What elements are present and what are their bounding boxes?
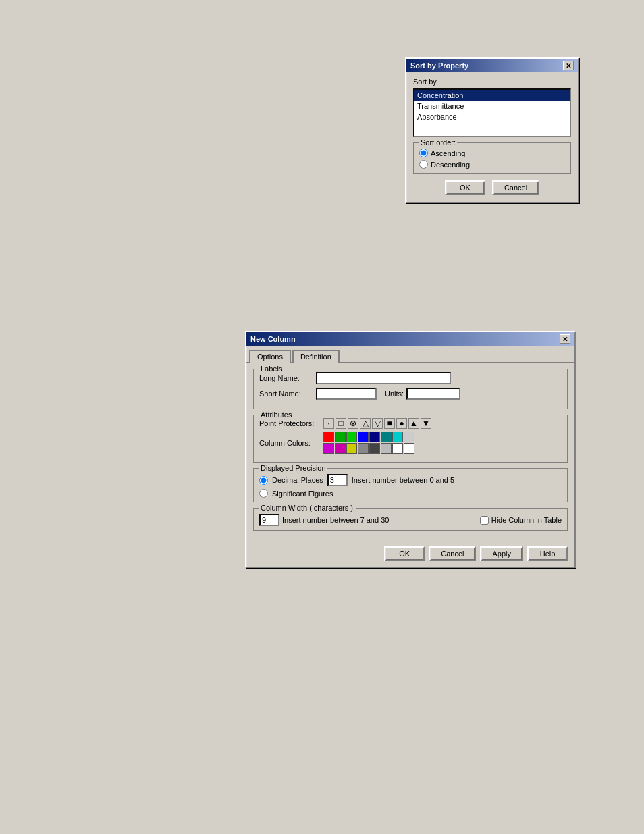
color-pink[interactable]	[335, 443, 346, 454]
newcol-apply-button[interactable]: Apply	[480, 546, 523, 561]
color-darkgray[interactable]	[369, 443, 380, 454]
column-colors-label: Column Colors:	[259, 439, 323, 447]
sort-item-transmittance[interactable]: Transmittance	[414, 101, 570, 111]
column-width-row: Insert number between 7 and 30 Hide Colu…	[259, 514, 562, 526]
color-blue[interactable]	[358, 432, 369, 442]
long-name-row: Long Name:	[259, 372, 562, 384]
sort-dialog-close-button[interactable]: ✕	[563, 61, 574, 70]
color-row-1	[323, 432, 414, 442]
symbol-triangle-up[interactable]: △	[360, 418, 371, 429]
precision-section: Displayed Precision Decimal Places Inser…	[253, 468, 568, 502]
sort-dialog-buttons: OK Cancel	[413, 180, 571, 195]
short-name-input[interactable]	[316, 388, 377, 400]
symbol-filled-square[interactable]: ■	[384, 418, 395, 429]
sort-order-group: Sort order: Ascending Descending	[413, 142, 571, 174]
column-colors-row: Column Colors:	[259, 432, 562, 454]
sort-dialog-title: Sort by Property	[410, 61, 468, 70]
column-width-legend: Column Width ( characters ):	[259, 504, 356, 512]
column-width-input[interactable]	[259, 514, 279, 526]
point-protectors-row: Point Protectors: · □ ⊗ △ ▽ ■ ● ▲ ▼	[259, 418, 562, 429]
sort-dialog-body: Sort by Concentration Transmittance Abso…	[406, 72, 578, 202]
symbol-dot[interactable]: ·	[323, 418, 334, 429]
sort-cancel-button[interactable]: Cancel	[492, 180, 539, 195]
color-magenta[interactable]	[323, 443, 334, 454]
new-column-dialog: New Column ✕ Options Definition Labels L…	[245, 331, 576, 568]
sort-ok-button[interactable]: OK	[445, 180, 485, 195]
hide-column-checkbox[interactable]	[480, 516, 489, 525]
newcol-help-button[interactable]: Help	[527, 546, 568, 561]
descending-radio[interactable]	[419, 160, 428, 169]
tab-definition[interactable]: Definition	[292, 350, 340, 363]
descending-label[interactable]: Descending	[431, 161, 470, 169]
color-cyan[interactable]	[392, 432, 403, 442]
ascending-radio[interactable]	[419, 149, 428, 157]
newcol-dialog-close-button[interactable]: ✕	[560, 334, 570, 344]
hide-column-row: Hide Column in Table	[480, 516, 562, 525]
attributes-legend: Attributes	[259, 411, 293, 419]
color-grid-container	[323, 432, 414, 454]
decimal-places-radio[interactable]	[259, 476, 268, 485]
column-width-section: Column Width ( characters ): Insert numb…	[253, 508, 568, 531]
color-silver[interactable]	[381, 443, 392, 454]
symbol-filled-triangle-up[interactable]: ▲	[408, 418, 419, 429]
labels-legend: Labels	[259, 365, 284, 373]
color-lime[interactable]	[346, 432, 357, 442]
units-label: Units:	[385, 390, 404, 398]
attributes-section: Attributes Point Protectors: · □ ⊗ △ ▽ ■…	[253, 415, 568, 463]
ascending-row: Ascending	[419, 149, 565, 157]
long-name-label: Long Name:	[259, 374, 313, 382]
labels-section: Labels Long Name: Short Name: Units:	[253, 369, 568, 409]
symbol-filled-circle[interactable]: ●	[396, 418, 407, 429]
decimal-places-label[interactable]: Decimal Places	[272, 476, 323, 484]
color-white2[interactable]	[404, 443, 414, 454]
short-name-label: Short Name:	[259, 390, 313, 398]
column-width-hint: Insert number between 7 and 30	[282, 516, 389, 524]
point-protectors-label: Point Protectors:	[259, 419, 323, 427]
symbol-square[interactable]: □	[336, 418, 346, 429]
newcol-ok-button[interactable]: OK	[384, 546, 425, 561]
sort-item-absorbance[interactable]: Absorbance	[414, 111, 570, 122]
decimal-places-input[interactable]	[327, 474, 348, 486]
color-lightgray[interactable]	[404, 432, 414, 442]
sort-order-legend: Sort order:	[419, 138, 457, 147]
sort-by-label: Sort by	[413, 78, 571, 86]
sort-dialog-titlebar: Sort by Property ✕	[406, 59, 578, 72]
tab-options[interactable]: Options	[249, 350, 291, 363]
significant-figures-label[interactable]: Significant Figures	[272, 490, 333, 498]
ascending-label[interactable]: Ascending	[431, 149, 465, 157]
sort-item-concentration[interactable]: Concentration	[414, 90, 570, 101]
sort-listbox[interactable]: Concentration Transmittance Absorbance	[413, 88, 571, 137]
short-name-row: Short Name: Units:	[259, 388, 562, 400]
newcol-dialog-buttons: OK Cancel Apply Help	[246, 542, 574, 567]
significant-figures-radio[interactable]	[259, 489, 268, 498]
newcol-cancel-button[interactable]: Cancel	[429, 546, 476, 561]
significant-figures-row: Significant Figures	[259, 489, 562, 498]
decimal-places-row: Decimal Places Insert number between 0 a…	[259, 474, 562, 486]
symbols-grid: · □ ⊗ △ ▽ ■ ● ▲ ▼	[323, 418, 431, 429]
color-yellow[interactable]	[346, 443, 357, 454]
color-white1[interactable]	[392, 443, 403, 454]
color-gray[interactable]	[358, 443, 369, 454]
descending-row: Descending	[419, 160, 565, 169]
symbol-triangle-down[interactable]: ▽	[372, 418, 383, 429]
symbol-circle-x[interactable]: ⊗	[348, 418, 358, 429]
color-green[interactable]	[335, 432, 346, 442]
decimal-places-hint: Insert number between 0 and 5	[352, 476, 454, 484]
newcol-dialog-titlebar: New Column ✕	[246, 332, 574, 346]
sort-by-property-dialog: Sort by Property ✕ Sort by Concentration…	[405, 57, 579, 203]
color-red[interactable]	[323, 432, 334, 442]
units-input[interactable]	[406, 388, 460, 400]
precision-legend: Displayed Precision	[259, 464, 327, 472]
newcol-tab-bar: Options Definition	[246, 346, 574, 363]
long-name-input[interactable]	[316, 372, 451, 384]
symbol-filled-triangle-down[interactable]: ▼	[421, 418, 431, 429]
color-navy[interactable]	[369, 432, 380, 442]
newcol-dialog-title: New Column	[250, 335, 296, 343]
newcol-tab-content: Labels Long Name: Short Name: Units: Att…	[246, 363, 574, 542]
color-row-2	[323, 443, 414, 454]
color-teal[interactable]	[381, 432, 392, 442]
hide-column-label[interactable]: Hide Column in Table	[491, 516, 562, 524]
